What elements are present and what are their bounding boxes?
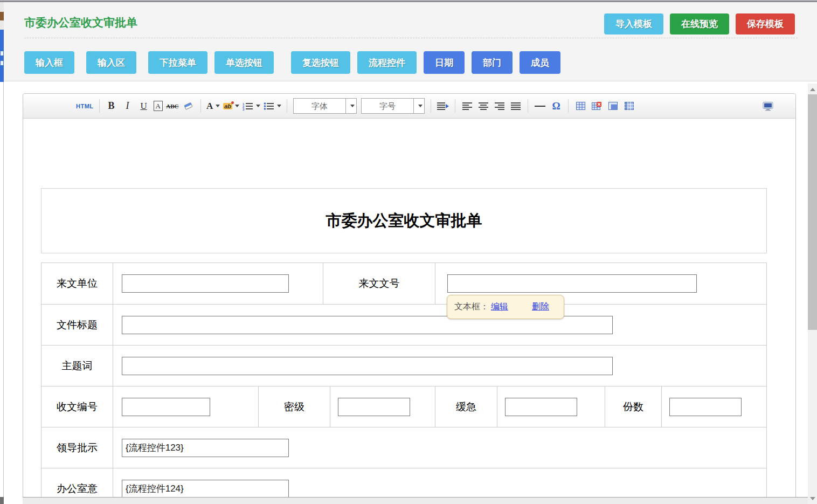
- bold-button[interactable]: B: [105, 99, 118, 114]
- scrollbar-thumb[interactable]: [808, 94, 817, 330]
- horizontal-rule-button[interactable]: [534, 99, 546, 114]
- widget-date-button[interactable]: 日期: [424, 51, 465, 74]
- strikethrough-button[interactable]: ABC: [166, 99, 179, 114]
- widget-department-button[interactable]: 部门: [472, 51, 513, 74]
- svg-text:3: 3: [243, 108, 245, 111]
- vertical-scrollbar[interactable]: [808, 84, 817, 504]
- left-edge-blue-strip: [0, 30, 4, 82]
- copies-input[interactable]: [669, 398, 742, 416]
- widget-button-row: 输入框 输入区 下拉菜单 单选按钮 复选按钮 流程控件 日期 部门 成员: [24, 51, 560, 74]
- chevron-down-icon: [216, 105, 220, 107]
- keywords-input[interactable]: [122, 357, 613, 375]
- cell: [113, 346, 766, 386]
- underline-button[interactable]: U: [137, 99, 150, 114]
- table-row: 来文单位 来文文号: [41, 263, 766, 304]
- left-edge-segment: [0, 82, 4, 497]
- font-size-select[interactable]: 字号: [361, 98, 425, 114]
- unordered-list-button[interactable]: [264, 99, 281, 114]
- office-opinion-input[interactable]: [122, 480, 289, 498]
- cell: [661, 386, 766, 427]
- toolbar-separator: [200, 99, 201, 113]
- align-right-button[interactable]: [493, 99, 506, 114]
- delete-table-icon: [592, 102, 601, 110]
- toolbar-separator: [568, 99, 569, 113]
- chevron-down-icon: [256, 105, 260, 107]
- arrow-up-icon: [810, 88, 815, 91]
- left-window-edge: [0, 0, 4, 504]
- cell: [113, 386, 258, 427]
- textbox-context-tooltip: 文本框： 编辑 删除: [447, 295, 564, 319]
- chevron-down-icon: [350, 105, 355, 107]
- editor-canvas[interactable]: 市委办公室收文审批单 来文单位 来文文号 文件标题 主题词: [23, 119, 795, 504]
- combo-arrow[interactable]: [345, 99, 356, 113]
- format-styles-button[interactable]: A: [154, 101, 163, 111]
- indent-button[interactable]: [437, 99, 449, 114]
- fullscreen-button[interactable]: [761, 99, 774, 114]
- secrecy-level-input[interactable]: [338, 398, 410, 416]
- font-family-select[interactable]: 字体: [293, 98, 357, 114]
- incoming-unit-input[interactable]: [122, 274, 289, 293]
- special-char-button[interactable]: Ω: [550, 99, 563, 114]
- align-justify-icon: [511, 102, 521, 110]
- page-title: 市委办公室收文审批单: [24, 15, 137, 30]
- left-edge-icon-fragment: [0, 12, 4, 20]
- widget-dropdown-button[interactable]: 下拉菜单: [148, 51, 207, 74]
- toolbar-separator: [99, 99, 100, 113]
- tooltip-label: 文本框：: [454, 301, 489, 313]
- insert-table-button[interactable]: [574, 99, 587, 114]
- cell: [113, 427, 766, 468]
- delete-table-button[interactable]: [590, 99, 603, 114]
- document-title: 市委办公室收文审批单: [326, 210, 482, 232]
- form-table: 来文单位 来文文号 文件标题 主题词: [41, 263, 767, 504]
- align-left-button[interactable]: [461, 99, 474, 114]
- italic-button[interactable]: I: [121, 99, 134, 114]
- align-center-button[interactable]: [477, 99, 490, 114]
- remove-format-button[interactable]: [182, 99, 195, 114]
- chevron-down-icon: [277, 105, 281, 107]
- widget-input-area-button[interactable]: 输入区: [86, 51, 136, 74]
- widget-member-button[interactable]: 成员: [520, 51, 560, 74]
- eraser-icon: [183, 102, 193, 110]
- toolbar-separator: [287, 99, 287, 113]
- scrollbar-up-button[interactable]: [808, 85, 817, 94]
- html-source-button[interactable]: HTML: [76, 99, 94, 114]
- align-center-icon: [479, 102, 488, 110]
- label-urgency: 缓急: [435, 386, 497, 427]
- label-document-title: 文件标题: [41, 305, 113, 345]
- tooltip-edit-link[interactable]: 编辑: [491, 301, 508, 313]
- widget-flow-control-button[interactable]: 流程控件: [357, 51, 417, 74]
- table-row-props-button[interactable]: [622, 99, 635, 114]
- font-color-button[interactable]: A: [206, 99, 220, 114]
- monitor-icon: [763, 102, 773, 111]
- table-row: 主题词: [41, 345, 766, 386]
- highlight-color-button[interactable]: ab: [223, 99, 239, 114]
- ordered-list-button[interactable]: 1 2 3: [243, 99, 260, 114]
- widget-checkbox-button[interactable]: 复选按钮: [291, 51, 350, 74]
- combo-arrow[interactable]: [413, 99, 424, 113]
- import-template-button[interactable]: 导入模板: [604, 13, 663, 34]
- align-justify-button[interactable]: [509, 99, 522, 114]
- left-edge-glyph: [1, 61, 3, 65]
- chevron-down-icon: [235, 105, 239, 107]
- cell: [497, 386, 605, 427]
- toolbar-separator: [455, 99, 455, 113]
- widget-radio-button[interactable]: 单选按钮: [214, 51, 274, 74]
- table-row: 领导批示: [41, 427, 766, 468]
- tooltip-delete-link[interactable]: 删除: [532, 301, 549, 313]
- scrollbar-down-button[interactable]: [808, 494, 817, 503]
- label-copies: 份数: [605, 386, 661, 427]
- label-incoming-doc-number: 来文文号: [323, 263, 435, 304]
- leader-comments-input[interactable]: [122, 439, 289, 457]
- window-top-edge: [0, 0, 817, 2]
- save-template-button[interactable]: 保存模板: [736, 13, 795, 34]
- left-edge-bottom: [0, 497, 4, 504]
- widget-input-box-button[interactable]: 输入框: [24, 51, 74, 74]
- table-cell-props-button[interactable]: [606, 99, 619, 114]
- cell: [113, 305, 766, 345]
- incoming-doc-number-input[interactable]: [447, 274, 697, 293]
- align-right-icon: [495, 102, 504, 110]
- receipt-number-input[interactable]: [122, 398, 210, 416]
- online-preview-button[interactable]: 在线预览: [670, 13, 729, 34]
- table-icon: [576, 102, 585, 110]
- urgency-input[interactable]: [505, 398, 577, 416]
